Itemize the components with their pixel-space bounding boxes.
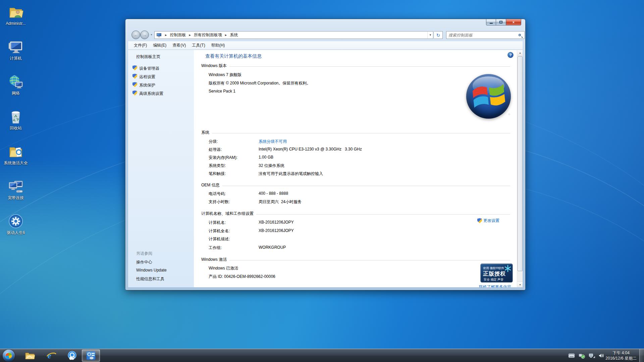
desktop-icon-recycle-bin[interactable]: 回收站 <box>1 109 30 130</box>
sidebar-performance-tools[interactable]: 性能信息和工具 <box>136 276 164 282</box>
section-system: 系统 <box>201 130 510 135</box>
recycle-bin-icon <box>8 109 24 125</box>
scroll-down-icon[interactable]: ▼ <box>517 282 523 287</box>
taskbar-ie-button[interactable]: e <box>42 350 60 362</box>
row-label: 笔和触摸: <box>209 171 226 177</box>
desktop-icon-network[interactable]: 网络 <box>1 74 30 96</box>
scroll-up-icon[interactable]: ▲ <box>517 50 523 56</box>
input-method-keyboard-icon[interactable] <box>568 353 575 358</box>
desktop-icon-broadband[interactable]: 宽带连接 <box>1 178 30 200</box>
sidebar-action-center[interactable]: 操作中心 <box>136 259 152 265</box>
row-value: 周日至周六 24小时服务 <box>259 199 302 205</box>
user-folder-icon <box>8 4 24 20</box>
taskbar-qqbrowser-button[interactable] <box>63 350 81 362</box>
row-label: 电话号码: <box>209 191 226 197</box>
desktop-icon-label: 宽带连接 <box>1 195 30 200</box>
breadcrumb-control-panel[interactable]: 控制面板 <box>169 31 186 39</box>
row-label: 支持小时数: <box>209 199 230 205</box>
svg-text:e: e <box>48 351 51 360</box>
sidebar-control-panel-home[interactable]: 控制面板主页 <box>136 54 160 60</box>
section-oem: OEM 信息 <box>201 182 510 188</box>
desktop-icon-activation-folder[interactable]: 系统激活大全 <box>1 143 30 165</box>
desktop-icon-label: 计算机 <box>1 56 30 61</box>
sidebar-system-protection[interactable]: 系统保护 <box>139 82 155 88</box>
row-value: Intel(R) Xeon(R) CPU E3-1230 v3 @ 3.30GH… <box>259 147 362 152</box>
search-input[interactable] <box>446 33 519 38</box>
system-row-rating: 分级: 系统分级不可用 <box>194 139 517 144</box>
maximize-button[interactable] <box>496 19 506 25</box>
search-box <box>446 31 525 39</box>
sidebar-windows-update[interactable]: Windows Update <box>136 268 167 273</box>
desktop-icon-computer[interactable]: 计算机 <box>1 39 30 61</box>
genuine-software-badge[interactable]: 使用 微软®软件 正版授权 安全 稳定 声誉 <box>480 263 513 283</box>
sidebar-device-manager[interactable]: 设备管理器 <box>139 66 159 71</box>
oem-row-hours: 支持小时数: 周日至周六 24小时服务 <box>194 199 517 204</box>
row-value: 没有可用于此显示器的笔或触控输入 <box>259 171 323 177</box>
vertical-scrollbar[interactable]: ▲ ▼ <box>517 50 523 287</box>
help-icon[interactable]: ? <box>507 52 514 58</box>
window-caption-buttons: × <box>486 19 521 25</box>
forward-button[interactable]: → <box>140 31 149 39</box>
network-tray-icon[interactable] <box>588 353 595 358</box>
activation-status: Windows 已激活 <box>209 265 238 271</box>
menu-help[interactable]: 帮助(H) <box>208 42 228 49</box>
system-page-icon <box>157 33 161 37</box>
name-row-full-name: 计算机全名: XB-20161206JOPY <box>194 228 517 234</box>
navigation-bar: ← → ▼ ▶ 控制面板 ▶ 所有控制面板项 ▶ 系统 ▼ ↻ <box>128 29 523 41</box>
row-value: WORKGROUP <box>259 245 286 250</box>
sidebar-remote-settings[interactable]: 远程设置 <box>139 74 155 80</box>
search-icon[interactable] <box>519 34 521 36</box>
minimize-button[interactable] <box>486 19 496 25</box>
desktop-icon-driver-genius[interactable]: 驱动人生6 <box>1 213 30 235</box>
row-value: 400 - 888 - 8888 <box>259 191 288 196</box>
menu-view[interactable]: 查看(V) <box>169 42 189 49</box>
menu-file[interactable]: 文件(F) <box>131 42 150 49</box>
usb-safely-remove-icon[interactable] <box>578 353 585 359</box>
taskbar: e <box>0 349 644 362</box>
close-button[interactable]: × <box>506 19 521 25</box>
breadcrumb-all-items[interactable]: 所有控制面板项 <box>193 31 223 39</box>
desktop-wallpaper: Administr... 计算机 <box>0 0 644 362</box>
back-button[interactable]: ← <box>131 31 140 39</box>
row-label: 处理器: <box>209 147 222 153</box>
badge-line3: 安全 稳定 声誉 <box>484 278 503 282</box>
address-dropdown-icon[interactable]: ▼ <box>427 32 433 39</box>
copyright-text: 版权所有 © 2009 Microsoft Corporation。保留所有权利… <box>209 80 311 86</box>
volume-icon[interactable] <box>598 353 604 358</box>
taskbar-control-panel-button-active[interactable] <box>82 350 100 362</box>
start-button[interactable] <box>3 350 15 362</box>
page-title: 查看有关计算机的基本信息 <box>205 53 262 59</box>
taskbar-clock[interactable]: 下午 4:04 2016/12/6 星期二 <box>605 350 637 361</box>
main-content: 查看有关计算机的基本信息 ? Windows 版本 Windows 7 旗舰版 … <box>194 50 517 287</box>
sidebar-advanced-settings[interactable]: 高级系统设置 <box>139 91 163 97</box>
qq-browser-icon <box>67 351 77 361</box>
broadband-connection-icon <box>8 178 24 194</box>
gear-disc-icon <box>8 213 24 229</box>
row-label: 系统类型: <box>209 163 226 169</box>
system-rating-link[interactable]: 系统分级不可用 <box>259 139 287 144</box>
breadcrumb-arrow-icon: ▶ <box>186 34 193 37</box>
refresh-button[interactable]: ↻ <box>434 31 443 39</box>
sidebar: 控制面板主页 设备管理器 远程设置 系统保护 高级系统设置 另请参阅 操作中心 … <box>128 50 194 287</box>
menu-tools[interactable]: 工具(T) <box>189 42 208 49</box>
system-window: × ← → ▼ ▶ 控制面板 ▶ 所有控制面板项 ▶ 系统 ▼ ↻ 文 <box>125 19 526 290</box>
row-label: 分级: <box>209 139 218 144</box>
menu-edit[interactable]: 编辑(E) <box>150 42 169 49</box>
name-row-computer-name: 计算机名: XB-20161206JOPY <box>194 220 517 225</box>
taskbar-explorer-button[interactable] <box>21 350 39 362</box>
scrollbar-thumb[interactable] <box>518 56 523 271</box>
row-value: 32 位操作系统 <box>259 163 284 169</box>
recent-pages-dropdown[interactable]: ▼ <box>150 34 153 36</box>
desktop-icon-administrator[interactable]: Administr... <box>1 4 30 26</box>
clock-date: 2016/12/6 星期二 <box>605 356 637 361</box>
learn-more-online-link[interactable]: 联机了解更多内容 <box>479 284 511 287</box>
explorer-folder-icon <box>25 351 35 360</box>
section-windows-version: Windows 版本 <box>201 63 510 69</box>
show-desktop-button[interactable] <box>639 349 644 362</box>
breadcrumb-system[interactable]: 系统 <box>229 31 238 39</box>
desktop-icon-label: 回收站 <box>1 126 30 130</box>
registered-mark: ® <box>508 113 510 116</box>
system-tray <box>568 349 604 362</box>
row-value: XB-20161206JOPY <box>259 220 294 225</box>
address-bar[interactable]: ▶ 控制面板 ▶ 所有控制面板项 ▶ 系统 ▼ <box>154 31 433 39</box>
